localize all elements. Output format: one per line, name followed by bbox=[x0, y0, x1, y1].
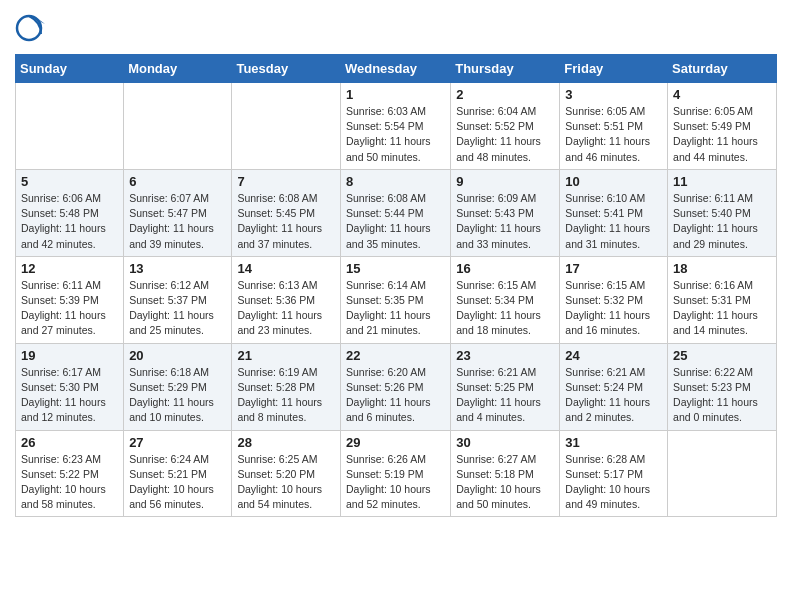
day-cell: 8Sunrise: 6:08 AM Sunset: 5:44 PM Daylig… bbox=[340, 169, 450, 256]
day-number: 4 bbox=[673, 87, 771, 102]
day-cell: 9Sunrise: 6:09 AM Sunset: 5:43 PM Daylig… bbox=[451, 169, 560, 256]
day-number: 29 bbox=[346, 435, 445, 450]
day-info: Sunrise: 6:14 AM Sunset: 5:35 PM Dayligh… bbox=[346, 278, 445, 339]
week-row: 26Sunrise: 6:23 AM Sunset: 5:22 PM Dayli… bbox=[16, 430, 777, 517]
day-cell bbox=[124, 83, 232, 170]
day-number: 11 bbox=[673, 174, 771, 189]
day-cell: 27Sunrise: 6:24 AM Sunset: 5:21 PM Dayli… bbox=[124, 430, 232, 517]
day-cell: 26Sunrise: 6:23 AM Sunset: 5:22 PM Dayli… bbox=[16, 430, 124, 517]
week-row: 12Sunrise: 6:11 AM Sunset: 5:39 PM Dayli… bbox=[16, 256, 777, 343]
logo-icon bbox=[15, 14, 47, 46]
day-number: 15 bbox=[346, 261, 445, 276]
day-info: Sunrise: 6:05 AM Sunset: 5:49 PM Dayligh… bbox=[673, 104, 771, 165]
day-cell: 21Sunrise: 6:19 AM Sunset: 5:28 PM Dayli… bbox=[232, 343, 341, 430]
day-info: Sunrise: 6:23 AM Sunset: 5:22 PM Dayligh… bbox=[21, 452, 118, 513]
day-info: Sunrise: 6:11 AM Sunset: 5:40 PM Dayligh… bbox=[673, 191, 771, 252]
day-info: Sunrise: 6:20 AM Sunset: 5:26 PM Dayligh… bbox=[346, 365, 445, 426]
day-number: 5 bbox=[21, 174, 118, 189]
day-number: 18 bbox=[673, 261, 771, 276]
day-cell: 13Sunrise: 6:12 AM Sunset: 5:37 PM Dayli… bbox=[124, 256, 232, 343]
weekday-header: Sunday bbox=[16, 55, 124, 83]
day-cell: 7Sunrise: 6:08 AM Sunset: 5:45 PM Daylig… bbox=[232, 169, 341, 256]
weekday-header: Thursday bbox=[451, 55, 560, 83]
day-cell: 29Sunrise: 6:26 AM Sunset: 5:19 PM Dayli… bbox=[340, 430, 450, 517]
day-cell bbox=[668, 430, 777, 517]
weekday-row: SundayMondayTuesdayWednesdayThursdayFrid… bbox=[16, 55, 777, 83]
day-number: 16 bbox=[456, 261, 554, 276]
day-number: 31 bbox=[565, 435, 662, 450]
day-number: 3 bbox=[565, 87, 662, 102]
day-info: Sunrise: 6:21 AM Sunset: 5:25 PM Dayligh… bbox=[456, 365, 554, 426]
day-info: Sunrise: 6:15 AM Sunset: 5:34 PM Dayligh… bbox=[456, 278, 554, 339]
day-cell: 28Sunrise: 6:25 AM Sunset: 5:20 PM Dayli… bbox=[232, 430, 341, 517]
day-cell: 16Sunrise: 6:15 AM Sunset: 5:34 PM Dayli… bbox=[451, 256, 560, 343]
day-cell: 30Sunrise: 6:27 AM Sunset: 5:18 PM Dayli… bbox=[451, 430, 560, 517]
day-info: Sunrise: 6:24 AM Sunset: 5:21 PM Dayligh… bbox=[129, 452, 226, 513]
day-info: Sunrise: 6:17 AM Sunset: 5:30 PM Dayligh… bbox=[21, 365, 118, 426]
day-info: Sunrise: 6:19 AM Sunset: 5:28 PM Dayligh… bbox=[237, 365, 335, 426]
day-cell: 12Sunrise: 6:11 AM Sunset: 5:39 PM Dayli… bbox=[16, 256, 124, 343]
day-cell: 31Sunrise: 6:28 AM Sunset: 5:17 PM Dayli… bbox=[560, 430, 668, 517]
day-info: Sunrise: 6:26 AM Sunset: 5:19 PM Dayligh… bbox=[346, 452, 445, 513]
day-cell: 24Sunrise: 6:21 AM Sunset: 5:24 PM Dayli… bbox=[560, 343, 668, 430]
day-info: Sunrise: 6:27 AM Sunset: 5:18 PM Dayligh… bbox=[456, 452, 554, 513]
day-cell bbox=[232, 83, 341, 170]
week-row: 1Sunrise: 6:03 AM Sunset: 5:54 PM Daylig… bbox=[16, 83, 777, 170]
day-number: 8 bbox=[346, 174, 445, 189]
day-cell: 14Sunrise: 6:13 AM Sunset: 5:36 PM Dayli… bbox=[232, 256, 341, 343]
day-info: Sunrise: 6:28 AM Sunset: 5:17 PM Dayligh… bbox=[565, 452, 662, 513]
day-cell: 5Sunrise: 6:06 AM Sunset: 5:48 PM Daylig… bbox=[16, 169, 124, 256]
header bbox=[15, 10, 777, 46]
day-cell: 19Sunrise: 6:17 AM Sunset: 5:30 PM Dayli… bbox=[16, 343, 124, 430]
day-info: Sunrise: 6:06 AM Sunset: 5:48 PM Dayligh… bbox=[21, 191, 118, 252]
day-number: 21 bbox=[237, 348, 335, 363]
day-number: 10 bbox=[565, 174, 662, 189]
day-info: Sunrise: 6:07 AM Sunset: 5:47 PM Dayligh… bbox=[129, 191, 226, 252]
day-cell: 25Sunrise: 6:22 AM Sunset: 5:23 PM Dayli… bbox=[668, 343, 777, 430]
day-info: Sunrise: 6:18 AM Sunset: 5:29 PM Dayligh… bbox=[129, 365, 226, 426]
day-info: Sunrise: 6:05 AM Sunset: 5:51 PM Dayligh… bbox=[565, 104, 662, 165]
day-number: 24 bbox=[565, 348, 662, 363]
weekday-header: Tuesday bbox=[232, 55, 341, 83]
day-info: Sunrise: 6:13 AM Sunset: 5:36 PM Dayligh… bbox=[237, 278, 335, 339]
day-info: Sunrise: 6:15 AM Sunset: 5:32 PM Dayligh… bbox=[565, 278, 662, 339]
calendar-body: 1Sunrise: 6:03 AM Sunset: 5:54 PM Daylig… bbox=[16, 83, 777, 517]
day-number: 17 bbox=[565, 261, 662, 276]
day-info: Sunrise: 6:16 AM Sunset: 5:31 PM Dayligh… bbox=[673, 278, 771, 339]
calendar-container: SundayMondayTuesdayWednesdayThursdayFrid… bbox=[0, 0, 792, 532]
calendar-table: SundayMondayTuesdayWednesdayThursdayFrid… bbox=[15, 54, 777, 517]
day-number: 2 bbox=[456, 87, 554, 102]
day-info: Sunrise: 6:10 AM Sunset: 5:41 PM Dayligh… bbox=[565, 191, 662, 252]
day-number: 30 bbox=[456, 435, 554, 450]
day-cell: 20Sunrise: 6:18 AM Sunset: 5:29 PM Dayli… bbox=[124, 343, 232, 430]
day-cell: 3Sunrise: 6:05 AM Sunset: 5:51 PM Daylig… bbox=[560, 83, 668, 170]
day-number: 20 bbox=[129, 348, 226, 363]
day-cell: 18Sunrise: 6:16 AM Sunset: 5:31 PM Dayli… bbox=[668, 256, 777, 343]
day-cell: 11Sunrise: 6:11 AM Sunset: 5:40 PM Dayli… bbox=[668, 169, 777, 256]
day-cell: 15Sunrise: 6:14 AM Sunset: 5:35 PM Dayli… bbox=[340, 256, 450, 343]
day-info: Sunrise: 6:08 AM Sunset: 5:45 PM Dayligh… bbox=[237, 191, 335, 252]
day-number: 9 bbox=[456, 174, 554, 189]
day-info: Sunrise: 6:25 AM Sunset: 5:20 PM Dayligh… bbox=[237, 452, 335, 513]
day-cell: 2Sunrise: 6:04 AM Sunset: 5:52 PM Daylig… bbox=[451, 83, 560, 170]
day-number: 14 bbox=[237, 261, 335, 276]
day-info: Sunrise: 6:11 AM Sunset: 5:39 PM Dayligh… bbox=[21, 278, 118, 339]
day-cell: 4Sunrise: 6:05 AM Sunset: 5:49 PM Daylig… bbox=[668, 83, 777, 170]
day-number: 28 bbox=[237, 435, 335, 450]
day-number: 6 bbox=[129, 174, 226, 189]
day-info: Sunrise: 6:04 AM Sunset: 5:52 PM Dayligh… bbox=[456, 104, 554, 165]
svg-point-0 bbox=[17, 16, 41, 40]
weekday-header: Wednesday bbox=[340, 55, 450, 83]
weekday-header: Saturday bbox=[668, 55, 777, 83]
day-info: Sunrise: 6:12 AM Sunset: 5:37 PM Dayligh… bbox=[129, 278, 226, 339]
day-number: 1 bbox=[346, 87, 445, 102]
logo bbox=[15, 14, 50, 46]
day-number: 26 bbox=[21, 435, 118, 450]
day-info: Sunrise: 6:22 AM Sunset: 5:23 PM Dayligh… bbox=[673, 365, 771, 426]
day-info: Sunrise: 6:08 AM Sunset: 5:44 PM Dayligh… bbox=[346, 191, 445, 252]
day-number: 27 bbox=[129, 435, 226, 450]
day-number: 22 bbox=[346, 348, 445, 363]
day-cell bbox=[16, 83, 124, 170]
day-cell: 1Sunrise: 6:03 AM Sunset: 5:54 PM Daylig… bbox=[340, 83, 450, 170]
week-row: 5Sunrise: 6:06 AM Sunset: 5:48 PM Daylig… bbox=[16, 169, 777, 256]
